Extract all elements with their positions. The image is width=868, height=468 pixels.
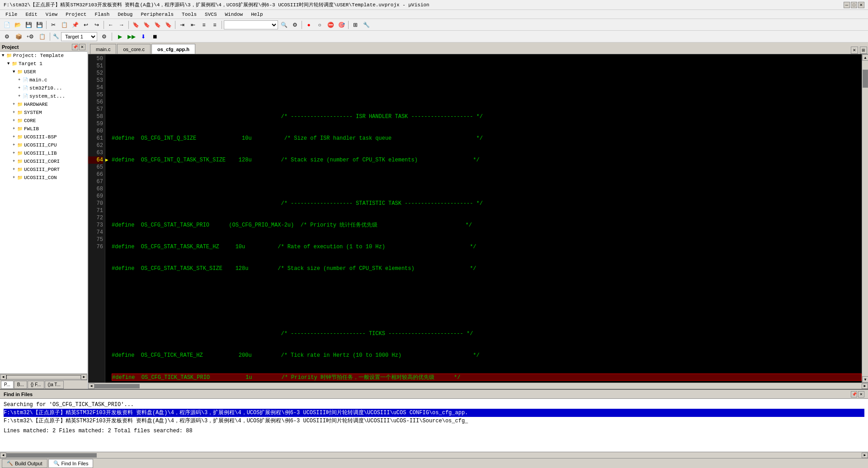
find-content[interactable]: Searching for 'OS_CFG_TICK_TASK_PRIO'...…	[0, 399, 868, 452]
find-hscroll[interactable]: ◄ ►	[0, 452, 868, 458]
tb2-btn4[interactable]: 📋	[37, 32, 47, 42]
bookmark3-btn[interactable]: 🔖	[152, 20, 162, 30]
menu-debug[interactable]: Debug	[114, 11, 136, 18]
build-btn[interactable]: ▶	[115, 32, 125, 42]
copy-btn[interactable]: 📋	[59, 20, 69, 30]
menu-flash[interactable]: Flash	[91, 11, 113, 18]
circle-btn[interactable]: ●	[304, 20, 314, 30]
tb2-btn1[interactable]: ⚙	[2, 32, 12, 42]
maximize-button[interactable]: □	[851, 2, 857, 8]
tree-folder-ucoscpu[interactable]: + 📁 UCOSIII_CPU	[0, 141, 87, 149]
tb2-btn2[interactable]: 📦	[14, 32, 24, 42]
vscroll-down[interactable]: ▼	[862, 376, 868, 383]
circle2-btn[interactable]: ○	[315, 20, 325, 30]
redo-btn[interactable]: ↪	[92, 20, 102, 30]
tree-project[interactable]: ▼ 📁 Project: Template	[0, 52, 87, 60]
pscroll-right[interactable]: ►	[81, 374, 87, 380]
hscroll-right[interactable]: ►	[862, 383, 868, 389]
menu-project[interactable]: Project	[62, 11, 90, 18]
tree-folder-ucoscori[interactable]: + 📁 UCOSIII_CORI	[0, 157, 87, 165]
menu-peripherals[interactable]: Peripherals	[137, 11, 177, 18]
lnum-54: 54	[88, 84, 103, 91]
minimize-button[interactable]: ─	[844, 2, 850, 8]
find-btn[interactable]: 🔍	[279, 20, 289, 30]
menu-window[interactable]: Window	[222, 11, 247, 18]
target-settings-btn[interactable]: ⚙	[99, 32, 109, 42]
tree-file-main[interactable]: + 📄 main.c	[0, 76, 87, 84]
download-btn[interactable]: ⬇	[138, 32, 148, 42]
close-button[interactable]: ✕	[858, 2, 864, 8]
hscroll-left[interactable]: ◄	[88, 383, 94, 389]
config-btn[interactable]: ⚙	[290, 20, 300, 30]
wrench-btn[interactable]: 🔧	[361, 20, 371, 30]
unindent-btn[interactable]: ⇤	[188, 20, 198, 30]
tab-close-all[interactable]: ✕	[851, 47, 858, 54]
menu-view[interactable]: View	[42, 11, 61, 18]
bookmark4-btn[interactable]: 🔖	[163, 20, 173, 30]
project-pin-btn[interactable]: 📌	[72, 44, 78, 50]
menu-svcs[interactable]: SVCS	[201, 11, 220, 18]
tab-os-core-c[interactable]: os_core.c	[117, 44, 151, 54]
tree-target1[interactable]: ▼ 📁 Target 1	[0, 60, 87, 68]
tab-expand[interactable]: ⊞	[860, 47, 867, 54]
rebuild-btn[interactable]: ▶▶	[127, 32, 137, 42]
bookmark2-btn[interactable]: 🔖	[142, 20, 151, 30]
find-hscroll-right[interactable]: ►	[862, 453, 868, 458]
format-btn[interactable]: ≡	[199, 20, 209, 30]
tree-folder-ucosport[interactable]: + 📁 UCOSIII_PORT	[0, 165, 87, 174]
layout-btn[interactable]: ⊞	[350, 20, 360, 30]
target-btn[interactable]: 🎯	[336, 20, 346, 30]
tree-folder-fwlib[interactable]: + 📁 FWLIB	[0, 125, 87, 133]
nav-fwd-btn[interactable]: →	[117, 20, 127, 30]
code-hscrollbar[interactable]: ◄ ►	[88, 383, 868, 389]
find-panel-pin[interactable]: 📌	[851, 391, 857, 397]
tree-file-system[interactable]: + 📄 system_st...	[0, 92, 87, 100]
tree-folder-core[interactable]: + 📁 CORE	[0, 117, 87, 125]
stop-btn[interactable]: ⛔	[326, 20, 335, 30]
symbol-dropdown[interactable]: OS_CFG_TICK_TASK_PRIO	[224, 20, 278, 29]
proj-tab-f[interactable]: {} F...	[28, 381, 44, 389]
save-btn[interactable]: 💾	[24, 20, 33, 30]
target-dropdown[interactable]: Target 1	[61, 32, 97, 41]
vscroll-up[interactable]: ▲	[862, 54, 868, 61]
proj-tab-t[interactable]: ()a T...	[45, 381, 64, 389]
find-hscroll-left[interactable]: ◄	[0, 453, 6, 458]
project-hscroll[interactable]: ◄ ►	[0, 373, 87, 380]
code-container[interactable]: 50 51 52 53 54 55 56 57 58 59 60 61 62 6…	[88, 54, 868, 383]
pscroll-left[interactable]: ◄	[0, 374, 6, 380]
tree-file-stm32[interactable]: + 📄 stm32f10...	[0, 84, 87, 92]
new-file-btn[interactable]: 📄	[2, 20, 12, 30]
tree-folder-ucoslib[interactable]: + 📁 UCOSIII_LIB	[0, 149, 87, 157]
undo-btn[interactable]: ↩	[81, 20, 91, 30]
paste-btn[interactable]: 📌	[70, 20, 80, 30]
tab-build-output[interactable]: 🔨 Build Output	[2, 459, 47, 468]
menu-file[interactable]: File	[2, 11, 21, 18]
tree-folder-hardware[interactable]: + 📁 HARDWARE	[0, 100, 87, 109]
cut-btn[interactable]: ✂	[48, 20, 58, 30]
stop-build-btn[interactable]: ⏹	[150, 32, 160, 42]
tree-folder-ucoscon[interactable]: + 📁 UCOSIII_CON	[0, 174, 87, 182]
proj-tab-b[interactable]: B...	[14, 381, 27, 389]
menu-tools[interactable]: Tools	[178, 11, 200, 18]
menu-help[interactable]: Help	[247, 11, 266, 18]
code-vscrollbar[interactable]: ▲ ▼	[862, 54, 868, 383]
tab-os-cfg-app-h[interactable]: os_cfg_app.h	[151, 44, 195, 54]
project-close-btn[interactable]: ✕	[79, 44, 85, 50]
save-all-btn[interactable]: 💾	[34, 20, 44, 30]
find-panel-close[interactable]: ✕	[858, 391, 864, 397]
nav-back-btn[interactable]: ←	[106, 20, 116, 30]
tb2-btn3[interactable]: +⚙	[25, 32, 35, 42]
menu-edit[interactable]: Edit	[22, 11, 41, 18]
code-text[interactable]: /* ------------------- ISR HANDLER TASK …	[112, 54, 862, 383]
tab-main-c[interactable]: main.c	[90, 44, 116, 54]
bookmark-btn[interactable]: 🔖	[131, 20, 141, 30]
arrow-50	[105, 55, 112, 62]
format2-btn[interactable]: ≡	[210, 20, 220, 30]
proj-tab-p[interactable]: P...	[1, 381, 14, 389]
tree-folder-user[interactable]: ▼ 📁 USER	[0, 68, 87, 76]
open-btn[interactable]: 📂	[13, 20, 23, 30]
tree-folder-system[interactable]: + 📁 SYSTEM	[0, 109, 87, 117]
tab-find-in-files[interactable]: 🔍 Find In Files	[48, 459, 94, 468]
tree-folder-ucosbsp[interactable]: + 📁 UCOSIII-BSP	[0, 133, 87, 141]
indent-btn[interactable]: ⇥	[177, 20, 187, 30]
